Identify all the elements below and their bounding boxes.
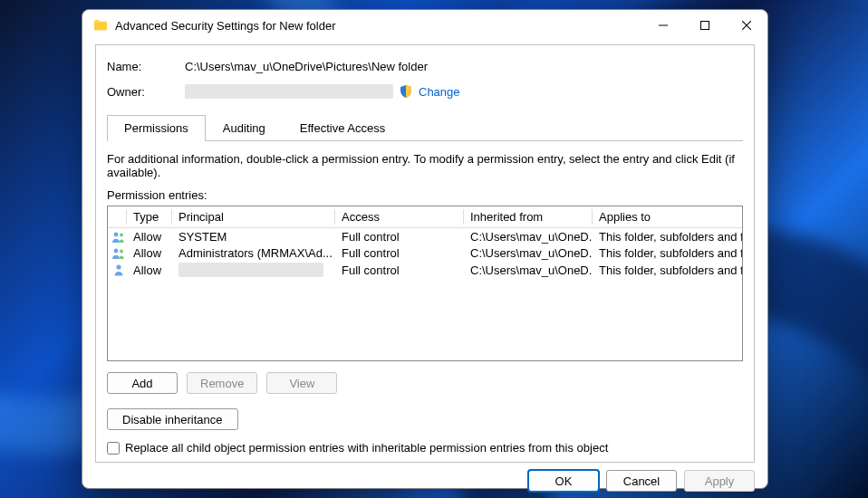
cell-inherited: C:\Users\mav_u\OneD...	[463, 228, 592, 244]
tab-effective-access[interactable]: Effective Access	[283, 115, 402, 141]
grid-header: Type Principal Access Inherited from App…	[108, 206, 742, 228]
table-row[interactable]: AllowFull controlC:\Users\mav_u\OneD...T…	[108, 261, 742, 278]
entries-label: Permission entries:	[107, 188, 743, 202]
owner-label: Owner:	[107, 85, 185, 99]
col-access[interactable]: Access	[334, 206, 463, 227]
users-icon	[111, 231, 126, 244]
cell-applies: This folder, subfolders and files	[592, 244, 742, 261]
disable-inheritance-button[interactable]: Disable inheritance	[107, 408, 238, 430]
remove-button[interactable]: Remove	[187, 372, 257, 394]
minimize-button[interactable]	[642, 10, 684, 41]
cancel-button[interactable]: Cancel	[606, 470, 677, 492]
tab-auditing[interactable]: Auditing	[206, 115, 283, 141]
col-inherited[interactable]: Inherited from	[463, 206, 592, 227]
col-applies[interactable]: Applies to	[592, 206, 742, 227]
svg-point-1	[114, 232, 119, 236]
close-button[interactable]	[726, 10, 767, 41]
security-settings-window: Advanced Security Settings for New folde…	[82, 9, 768, 489]
owner-value-redacted	[185, 84, 393, 99]
cell-applies: This folder, subfolders and files	[592, 261, 742, 278]
cell-access: Full control	[334, 261, 463, 278]
svg-rect-0	[701, 22, 709, 30]
tab-permissions[interactable]: Permissions	[107, 115, 206, 141]
add-button[interactable]: Add	[107, 372, 178, 394]
apply-button[interactable]: Apply	[684, 470, 755, 492]
name-label: Name:	[107, 60, 185, 73]
replace-child-permissions-checkbox[interactable]	[107, 442, 120, 455]
name-value: C:\Users\mav_u\OneDrive\Pictures\New fol…	[185, 60, 743, 73]
folder-icon	[93, 18, 108, 33]
table-row[interactable]: AllowSYSTEMFull controlC:\Users\mav_u\On…	[108, 228, 742, 244]
table-row[interactable]: AllowAdministrators (MRMAX\Ad...Full con…	[108, 244, 742, 261]
info-text: For additional information, double-click…	[107, 152, 743, 179]
permission-entries-grid[interactable]: Type Principal Access Inherited from App…	[107, 206, 743, 361]
cell-type: Allow	[126, 244, 171, 261]
svg-point-4	[120, 249, 123, 253]
shield-icon	[399, 84, 413, 99]
view-button[interactable]: View	[266, 372, 337, 394]
replace-child-permissions-label[interactable]: Replace all child object permission entr…	[125, 441, 608, 455]
cell-type: Allow	[126, 228, 171, 244]
svg-point-3	[114, 248, 119, 253]
cell-access: Full control	[334, 228, 463, 244]
dialog-footer: OK Cancel Apply	[82, 463, 767, 498]
user-icon	[111, 263, 126, 276]
svg-point-2	[120, 233, 123, 236]
client-area: Name: C:\Users\mav_u\OneDrive\Pictures\N…	[95, 44, 755, 463]
svg-point-5	[116, 264, 121, 269]
tab-strip: Permissions Auditing Effective Access	[107, 114, 743, 141]
cell-access: Full control	[334, 244, 463, 261]
cell-principal: Administrators (MRMAX\Ad...	[171, 244, 334, 261]
col-principal[interactable]: Principal	[171, 206, 334, 227]
cell-inherited: C:\Users\mav_u\OneD...	[463, 261, 592, 278]
col-type[interactable]: Type	[126, 206, 171, 227]
cell-principal	[171, 261, 334, 278]
cell-applies: This folder, subfolders and files	[592, 228, 742, 244]
cell-inherited: C:\Users\mav_u\OneD...	[463, 244, 592, 261]
window-title: Advanced Security Settings for New folde…	[115, 19, 336, 33]
redacted-principal	[178, 263, 323, 277]
change-owner-link[interactable]: Change	[419, 85, 460, 99]
ok-button[interactable]: OK	[528, 470, 599, 492]
cell-principal: SYSTEM	[171, 228, 334, 244]
titlebar: Advanced Security Settings for New folde…	[82, 10, 767, 41]
maximize-button[interactable]	[684, 10, 726, 41]
cell-type: Allow	[126, 261, 171, 278]
users-icon	[111, 247, 126, 260]
